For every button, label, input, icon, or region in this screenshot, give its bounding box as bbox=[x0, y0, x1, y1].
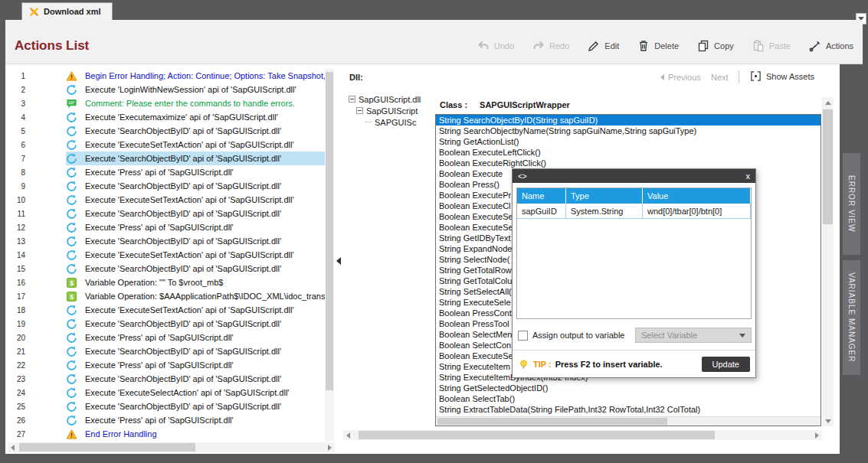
app-window: Download xml Actions List UndoRedoEditDe… bbox=[0, 0, 868, 463]
method-item[interactable]: String ExtractTableData(String FilePath,… bbox=[436, 404, 821, 415]
action-row[interactable]: 9Execute 'SearchObjectByID' api of 'SapG… bbox=[8, 179, 325, 193]
actions-horizontal-scrollbar[interactable] bbox=[8, 442, 335, 452]
action-row[interactable]: 21Execute 'SearchObjectByID' api of 'Sap… bbox=[8, 344, 325, 358]
show-assets-icon bbox=[750, 70, 762, 82]
action-text: Execute 'SearchObjectByID' api of 'SapGU… bbox=[85, 319, 281, 328]
scroll-down-button[interactable] bbox=[822, 416, 834, 426]
action-row[interactable]: 2Execute 'LoginWithNewSession' api of 'S… bbox=[8, 83, 325, 96]
paste-button[interactable]: Paste bbox=[752, 40, 791, 52]
scrollbar-thumb[interactable] bbox=[823, 109, 833, 224]
edit-button[interactable]: Edit bbox=[588, 40, 619, 52]
action-row[interactable]: 18Execute 'ExecuteSetTextAction' api of … bbox=[8, 303, 325, 317]
redo-label: Redo bbox=[549, 41, 569, 51]
action-row[interactable]: 14Execute 'ExecuteSetTextAction' api of … bbox=[8, 248, 325, 262]
param-row[interactable]: sapGuiIDSystem.Stringwnd[0]/tbar[0]/btn[… bbox=[517, 204, 751, 219]
method-item[interactable]: String GetSelectedObjectID() bbox=[436, 383, 821, 393]
action-row[interactable]: 4Execute 'Executemaximize' api of 'SapGU… bbox=[8, 110, 325, 124]
panel-horizontal-scrollbar[interactable] bbox=[343, 430, 822, 440]
tab-variable-manager[interactable]: VARIABLE MANAGER bbox=[843, 260, 860, 375]
close-icon[interactable]: x bbox=[746, 172, 751, 181]
show-assets-button[interactable]: Show Assets bbox=[750, 70, 814, 82]
action-row[interactable]: 8Execute 'Press' api of 'SapGUIScript.dl… bbox=[8, 165, 325, 179]
action-row[interactable]: 10Execute 'ExecuteSetTextAction' api of … bbox=[8, 193, 325, 207]
action-row[interactable]: 24Execute 'ExecuteSelectAction' api of '… bbox=[8, 386, 325, 399]
scrollbar-thumb[interactable] bbox=[359, 431, 715, 439]
method-item[interactable]: String SearchObjectByID(String sapGuiID) bbox=[436, 115, 821, 126]
tree-node-namespace[interactable]: SapGUIScript bbox=[356, 105, 434, 116]
scroll-right-button[interactable] bbox=[325, 442, 335, 452]
action-row-body: Execute 'Press' api of 'SapGUIScript.dll… bbox=[66, 220, 325, 234]
action-text: Execute 'Executemaximize' api of 'SapGUI… bbox=[85, 112, 278, 122]
variable-select[interactable]: Select Variable bbox=[635, 328, 752, 343]
scroll-up-button[interactable] bbox=[822, 97, 834, 108]
action-number: 6 bbox=[8, 141, 28, 149]
previous-button[interactable]: Previous bbox=[660, 73, 701, 82]
tree-node-label: SapGUIScript.dll bbox=[359, 95, 421, 104]
action-row[interactable]: 12Execute 'Press' api of 'SapGUIScript.d… bbox=[8, 220, 325, 234]
popup-titlebar: <> x bbox=[513, 169, 755, 183]
actions-vertical-scrollbar[interactable] bbox=[325, 69, 334, 441]
action-row[interactable]: 16$Variable Operation: "" To $vroot_mb$ bbox=[8, 276, 325, 289]
tab-error-view[interactable]: ERROR VIEW bbox=[843, 153, 860, 255]
arrow-up-icon bbox=[825, 101, 831, 105]
actions-button[interactable]: Actions bbox=[809, 40, 853, 52]
action-row[interactable]: 27End Error Handling bbox=[8, 427, 325, 441]
collapse-icon[interactable] bbox=[349, 96, 355, 103]
execute-icon bbox=[66, 346, 77, 357]
undo-button[interactable]: Undo bbox=[477, 40, 514, 52]
scroll-right-button[interactable] bbox=[812, 430, 822, 440]
action-row[interactable]: 25Execute 'SearchObjectByID' api of 'Sap… bbox=[8, 399, 325, 413]
execute-icon bbox=[66, 112, 77, 123]
scroll-left-button[interactable] bbox=[343, 430, 353, 440]
side-rail: ERROR VIEW VARIABLE MANAGER bbox=[840, 64, 863, 454]
action-text: Execute 'Press' api of 'SapGUIScript.dll… bbox=[85, 360, 234, 370]
method-item[interactable]: Boolean ExecuteLeftClick() bbox=[436, 147, 821, 158]
update-button[interactable]: Update bbox=[702, 357, 750, 372]
action-row-body: Execute 'ExecuteSetTextAction' api of 'S… bbox=[66, 193, 325, 207]
scrollbar-thumb[interactable] bbox=[19, 443, 195, 452]
copy-button[interactable]: Copy bbox=[697, 40, 734, 52]
action-row[interactable]: 22Execute 'Press' api of 'SapGUIScript.d… bbox=[8, 358, 325, 372]
bulb-icon bbox=[518, 359, 529, 370]
action-row-body: Execute 'LoginWithNewSession' api of 'Sa… bbox=[66, 83, 325, 96]
scrollbar-thumb[interactable] bbox=[326, 72, 333, 390]
action-row[interactable]: 26Execute 'Press' api of 'SapGUIScript.d… bbox=[8, 413, 325, 427]
action-row[interactable]: 3Comment: Please enter the commands to h… bbox=[8, 96, 325, 110]
action-row[interactable]: 23Execute 'SearchObjectByID' api of 'Sap… bbox=[8, 372, 325, 386]
method-item[interactable]: Boolean ExecuteRightClick() bbox=[436, 158, 821, 168]
show-assets-label: Show Assets bbox=[766, 72, 814, 81]
tree-node-label: SAPGUISc bbox=[375, 118, 416, 127]
document-tab[interactable]: Download xml bbox=[21, 2, 113, 20]
redo-button[interactable]: Redo bbox=[532, 40, 569, 52]
panel-collapse-button[interactable] bbox=[334, 252, 343, 270]
action-row-body: Execute 'SearchObjectByID' api of 'SapGU… bbox=[66, 234, 325, 248]
scroll-left-button[interactable] bbox=[8, 442, 18, 452]
action-row-body: Begin Error Handling; Action: Continue; … bbox=[66, 69, 325, 83]
method-item[interactable]: String GetActionList() bbox=[436, 136, 821, 147]
action-row[interactable]: 5Execute 'SearchObjectByID' api of 'SapG… bbox=[8, 124, 325, 138]
method-item[interactable]: Boolean SelectTab() bbox=[436, 393, 821, 404]
action-row[interactable]: 11Execute 'SearchObjectByID' api of 'Sap… bbox=[8, 207, 325, 220]
methods-vertical-scrollbar[interactable] bbox=[822, 97, 834, 426]
action-text: Execute 'SearchObjectByID' api of 'SapGU… bbox=[85, 264, 281, 273]
action-row[interactable]: 7Execute 'SearchObjectByID' api of 'SapG… bbox=[8, 152, 325, 165]
next-button[interactable]: Next bbox=[711, 73, 729, 82]
action-row[interactable]: 13Execute 'SearchObjectByID' api of 'Sap… bbox=[8, 234, 325, 248]
tree-node-dll[interactable]: SapGUIScript.dll bbox=[349, 93, 434, 105]
action-row[interactable]: 20Execute 'Press' api of 'SapGUIScript.d… bbox=[8, 331, 325, 344]
collapse-icon[interactable] bbox=[356, 107, 363, 114]
action-row[interactable]: 19Execute 'SearchObjectByID' api of 'Sap… bbox=[8, 317, 325, 331]
comment-icon bbox=[66, 98, 77, 109]
action-row[interactable]: 17$Variable Operation: $AAApplicationPat… bbox=[8, 289, 325, 303]
action-number: 1 bbox=[8, 72, 28, 80]
tree-node-class[interactable]: SAPGUISc bbox=[365, 116, 434, 128]
methods-horizontal-scrollbar[interactable] bbox=[436, 416, 821, 426]
actions-list: 1Begin Error Handling; Action: Continue;… bbox=[8, 69, 325, 442]
action-row[interactable]: 15Execute 'SearchObjectByID' api of 'Sap… bbox=[8, 262, 325, 276]
delete-button[interactable]: Delete bbox=[637, 40, 679, 52]
scrollbar-thumb[interactable] bbox=[437, 418, 667, 425]
assign-output-checkbox[interactable] bbox=[518, 331, 528, 341]
method-item[interactable]: String SearchObjectbyName(String sapGuiN… bbox=[436, 126, 821, 136]
action-row[interactable]: 6Execute 'ExecuteSetTextAction' api of '… bbox=[8, 138, 325, 152]
action-row[interactable]: 1Begin Error Handling; Action: Continue;… bbox=[8, 69, 325, 83]
